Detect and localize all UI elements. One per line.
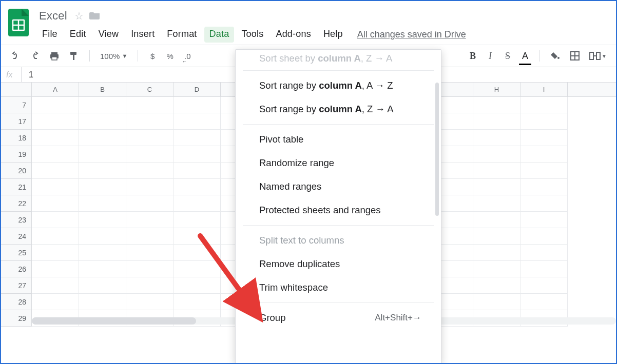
menu-sort-sheet-za[interactable]: Sort sheet by column A, Z → A [236, 53, 441, 67]
cell[interactable] [520, 130, 568, 146]
row-header[interactable]: 25 [1, 245, 32, 261]
row-header[interactable]: 28 [1, 294, 32, 310]
cell[interactable] [173, 228, 221, 245]
cell[interactable] [79, 130, 126, 146]
cell[interactable] [173, 212, 221, 228]
cell[interactable] [32, 212, 79, 228]
borders-icon[interactable] [568, 49, 582, 63]
cell[interactable] [32, 228, 79, 245]
folder-icon[interactable] [89, 10, 101, 23]
cell[interactable] [79, 228, 126, 245]
row-header[interactable]: 24 [1, 228, 32, 245]
column-header[interactable]: H [473, 83, 520, 96]
strikethrough-button[interactable]: S [502, 49, 514, 63]
select-all-corner[interactable] [1, 83, 32, 96]
cell[interactable] [173, 163, 221, 179]
row-header[interactable]: 23 [1, 212, 32, 228]
text-color-button[interactable]: A [519, 49, 531, 63]
cell[interactable] [126, 195, 173, 212]
cell[interactable] [79, 113, 126, 130]
column-header[interactable]: A [32, 83, 79, 96]
cell[interactable] [473, 228, 520, 245]
column-header[interactable]: B [79, 83, 126, 96]
cell[interactable] [32, 163, 79, 179]
cell[interactable] [520, 179, 568, 195]
row-header[interactable]: 19 [1, 146, 32, 163]
menu-randomize-range[interactable]: Randomize range [236, 151, 441, 175]
italic-button[interactable]: I [484, 49, 496, 63]
cell[interactable] [32, 195, 79, 212]
cell[interactable] [173, 146, 221, 163]
formula-input[interactable]: 1 [22, 70, 33, 79]
menu-sort-range-za[interactable]: Sort range by column A, Z → A [236, 97, 441, 121]
cell[interactable] [473, 195, 520, 212]
menu-edit[interactable]: Edit [65, 27, 91, 43]
dropdown-scrollbar[interactable] [435, 83, 439, 216]
row-header[interactable]: 18 [1, 130, 32, 146]
cell[interactable] [173, 130, 221, 146]
row-header[interactable]: 20 [1, 163, 32, 179]
menu-pivot-table[interactable]: Pivot table [236, 128, 441, 151]
cell[interactable] [79, 195, 126, 212]
cell[interactable] [32, 146, 79, 163]
cell[interactable] [473, 146, 520, 163]
cell[interactable] [473, 261, 520, 277]
print-icon[interactable] [47, 49, 62, 63]
cell[interactable] [79, 179, 126, 195]
cell[interactable] [32, 179, 79, 195]
cell[interactable] [473, 113, 520, 130]
cell[interactable] [520, 294, 568, 310]
cell[interactable] [126, 212, 173, 228]
cell[interactable] [126, 163, 173, 179]
cell[interactable] [173, 113, 221, 130]
cell[interactable] [173, 195, 221, 212]
row-header[interactable]: 27 [1, 277, 32, 294]
menu-named-ranges[interactable]: Named ranges [236, 175, 441, 198]
row-header[interactable]: 26 [1, 261, 32, 277]
currency-button[interactable]: $ [146, 49, 159, 63]
cell[interactable] [79, 261, 126, 277]
fill-color-icon[interactable] [548, 49, 563, 63]
column-header[interactable]: C [126, 83, 173, 96]
percent-button[interactable]: % [164, 49, 176, 63]
zoom-select[interactable]: 100% ▼ [98, 49, 129, 63]
star-icon[interactable]: ☆ [74, 10, 84, 22]
cell[interactable] [126, 228, 173, 245]
cell[interactable] [473, 277, 520, 294]
menu-format[interactable]: Format [162, 27, 202, 43]
cell[interactable] [520, 277, 568, 294]
cell[interactable] [520, 146, 568, 163]
menu-remove-duplicates[interactable]: Remove duplicates [236, 252, 441, 276]
redo-icon[interactable] [28, 49, 42, 63]
row-header[interactable]: 29 [1, 310, 32, 327]
cell[interactable] [126, 245, 173, 261]
cell[interactable] [473, 245, 520, 261]
cell[interactable] [520, 245, 568, 261]
cell[interactable] [79, 245, 126, 261]
cell[interactable] [32, 261, 79, 277]
cell[interactable] [32, 113, 79, 130]
menu-trim-whitespace[interactable]: Trim whitespace [236, 276, 441, 299]
cell[interactable] [173, 277, 221, 294]
cell[interactable] [473, 212, 520, 228]
paint-format-icon[interactable] [67, 49, 81, 63]
menu-addons[interactable]: Add-ons [271, 27, 316, 43]
cell[interactable] [126, 97, 173, 113]
cell[interactable] [79, 146, 126, 163]
menu-sort-range-az[interactable]: Sort range by column A, A → Z [236, 74, 441, 97]
menu-group[interactable]: Group Alt+Shift+→ [236, 306, 441, 330]
row-header[interactable]: 17 [1, 113, 32, 130]
cell[interactable] [126, 130, 173, 146]
cell[interactable] [473, 97, 520, 113]
row-header[interactable]: 22 [1, 195, 32, 212]
cell[interactable] [32, 130, 79, 146]
cell[interactable] [32, 277, 79, 294]
cell[interactable] [79, 97, 126, 113]
cell[interactable] [79, 163, 126, 179]
cell[interactable] [32, 97, 79, 113]
cell[interactable] [520, 212, 568, 228]
cell[interactable] [473, 130, 520, 146]
row-header[interactable]: 7 [1, 97, 32, 113]
undo-icon[interactable] [8, 49, 23, 63]
cell[interactable] [173, 261, 221, 277]
